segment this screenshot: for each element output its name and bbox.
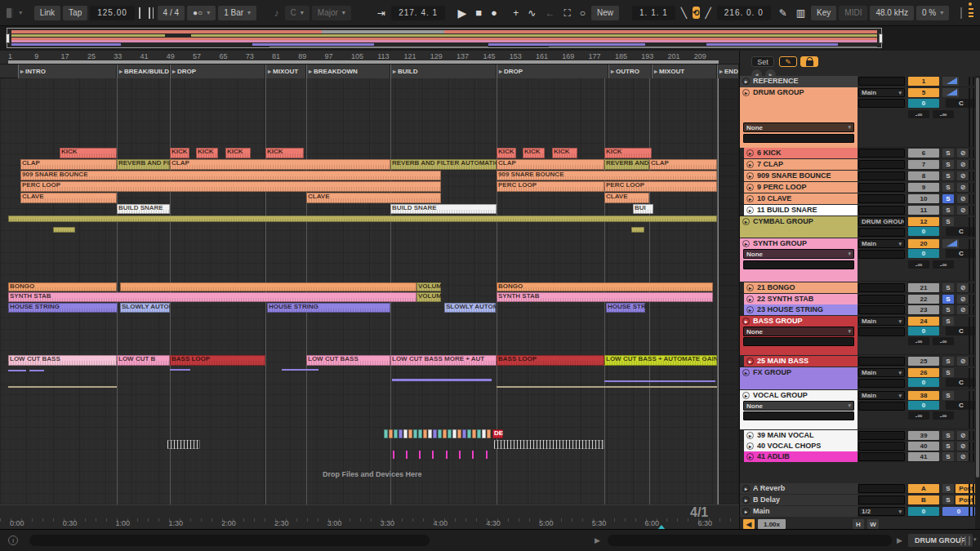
micro-clip[interactable] [448,429,452,438]
track-name[interactable]: ▸23 HOUSE STRING [744,304,858,315]
routing-input-box[interactable] [858,305,905,314]
track-name[interactable]: ▸CYMBAL GROUP [740,216,858,238]
output-routing[interactable]: 1/2 [858,507,905,516]
meter-peak-left[interactable]: -∞ [908,337,929,345]
clip-909-snare-bounce[interactable]: 909 SNARE BOUNCE [497,171,717,180]
routing-input-box[interactable] [858,357,905,366]
clip-synth-stab[interactable]: SYNTH STAB [8,292,416,302]
track-play-icon[interactable]: ▸ [746,184,754,191]
track-activator[interactable]: B [908,495,939,504]
arm-button[interactable]: ⊘ [957,283,969,292]
solo-button[interactable]: S [942,368,954,377]
solo-button[interactable]: S [942,160,954,169]
track-play-icon[interactable]: ▸ [746,295,754,303]
device-chooser[interactable]: None [743,327,854,336]
meter-peak-left[interactable]: -∞ [908,260,929,269]
arm-button[interactable]: ⊘ [957,357,969,366]
routing-input-box[interactable] [858,402,905,411]
arm-button[interactable]: ⊘ [957,194,969,203]
routing-input-box[interactable] [858,495,905,504]
locator-drop[interactable]: ▸DROP [170,64,265,78]
clip-audio[interactable] [8,216,717,222]
micro-clip[interactable] [462,429,466,438]
clip-audio[interactable] [120,282,416,291]
locator-mixout[interactable]: ▸MIXOUT [652,64,717,78]
device-strip[interactable] [743,134,854,143]
track-name[interactable]: ▸21 BONGO [744,282,858,293]
solo-button[interactable]: S [942,305,954,314]
track-activator[interactable]: 8 [908,171,939,180]
routing-input-box[interactable] [858,194,905,203]
clip-volume[interactable]: VOLUME [416,282,441,291]
solo-button[interactable]: S [942,484,954,493]
track-header-39-main-vocal[interactable]: ▸39 MAIN VOCAL39S⊘ [740,430,980,441]
cpu-load-display[interactable]: 0 % [916,6,949,20]
adlib-note[interactable] [459,451,461,459]
locator-break-build[interactable]: ▸BREAK/BUILD [117,64,170,78]
pan-dial[interactable]: 0 [908,401,939,410]
group-fold-icon[interactable]: ▸ [742,240,750,247]
stop-button[interactable]: ■ [472,6,485,20]
arm-button[interactable]: ⊘ [957,295,969,304]
record-button[interactable]: ● [488,6,501,20]
clip-bui[interactable]: BUI [633,204,653,214]
track-name[interactable]: ▸40 VOCAL CHOPS [744,441,858,451]
overview-left-handle[interactable] [6,33,10,43]
track-play-icon[interactable]: ▸ [746,442,754,450]
solo-button[interactable]: S [942,495,954,504]
pan-dial[interactable]: 0 [908,327,939,335]
automation-arm-icon[interactable]: ∿ [524,6,539,20]
quantize-menu[interactable]: 1 Bar [218,6,256,20]
clip-kick[interactable]: KICK [196,148,218,158]
track-activator[interactable]: 20 [908,239,939,248]
track-name[interactable]: ▸7 CLAP [744,159,858,170]
solo-button[interactable]: S [942,206,954,215]
micro-clip[interactable] [457,429,461,438]
locator-drop[interactable]: ▸DROP [497,64,608,78]
routing-input-box[interactable] [858,160,905,169]
track-header-drum-group[interactable]: ▸DRUM GROUPMain50C-∞-∞None [740,87,980,148]
track-play-icon[interactable]: ▸ [746,172,754,180]
routing-input-box[interactable] [858,250,905,259]
clip-clap[interactable]: CLAP [170,159,390,170]
loop-length-display[interactable]: 216. 0. 0 [717,6,771,20]
arm-button[interactable]: ⊘ [957,452,969,461]
track-play-icon[interactable]: ▸ [742,508,750,515]
adlib-note[interactable] [472,451,474,459]
clip-slowly-automat[interactable]: SLOWLY AUTOMAT [444,303,496,313]
meter-caret-icon[interactable]: ▾ [973,536,977,543]
track-header-40-vocal-chops[interactable]: ▸40 VOCAL CHOPS40S⊘ [740,441,980,451]
arm-button[interactable]: ⊘ [957,206,969,215]
device-strip[interactable] [743,260,854,269]
clip-bass-loop[interactable]: BASS LOOP [497,355,604,366]
arm-button[interactable]: ⊘ [957,160,969,169]
loop-brace[interactable] [8,60,719,64]
solo-button[interactable]: S [942,391,954,400]
tempo-display[interactable]: 125.00 [90,6,135,20]
micro-clip[interactable] [408,429,412,438]
locator-intro[interactable]: ▸INTRO [18,64,117,78]
clip-kick[interactable]: KICK [523,148,545,158]
solo-button[interactable]: S [942,357,954,366]
track-name[interactable]: ▸6 KICK [744,148,858,158]
time-ruler[interactable]: 4/1 0:000:301:001:302:002:303:003:304:00… [0,504,739,529]
clip-synth-stab[interactable]: SYNTH STAB [497,292,713,302]
track-play-icon[interactable]: ▸ [746,358,754,365]
track-play-icon[interactable]: ▸ [742,78,750,85]
track-play-icon[interactable]: ▸ [746,306,754,313]
zoom-height-button[interactable]: H [853,519,864,529]
routing-input-box[interactable] [858,171,905,180]
track-play-icon[interactable]: ▸ [746,453,754,460]
clip-house-string[interactable]: HOUSE STRING [8,303,118,313]
output-routing[interactable]: Main [858,317,905,326]
solo-button[interactable]: S [942,317,954,326]
track-header-10-clave[interactable]: ▸10 CLAVE10S⊘ [740,193,980,204]
fade-icon[interactable] [942,88,959,97]
clip-perc-loop[interactable]: PERC LOOP [604,181,717,192]
pan-dial[interactable]: 0 [908,227,939,236]
track-activator[interactable]: 22 [908,295,939,304]
meter-peak-right[interactable]: -∞ [933,337,954,345]
locator-breakdown[interactable]: ▸BREAKDOWN [306,64,390,78]
output-routing[interactable]: Main [858,391,905,400]
group-fold-icon[interactable]: ▸ [742,392,750,399]
